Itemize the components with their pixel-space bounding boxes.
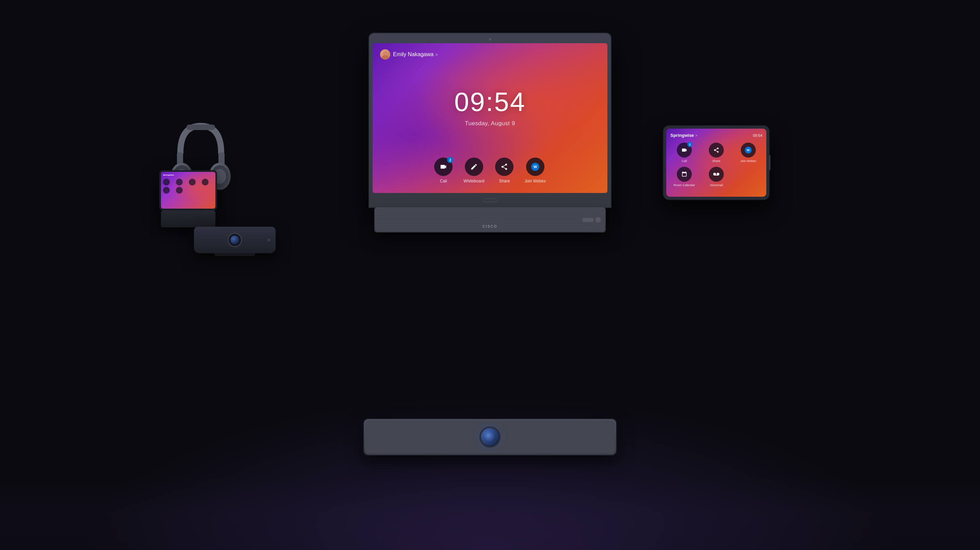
svg-text:W: W (747, 148, 750, 152)
tablet-dock-share[interactable]: Share (702, 143, 730, 163)
dock-item-join-webex[interactable]: W Join Webex (524, 158, 546, 183)
call-icon-btn[interactable]: 2 (434, 158, 453, 176)
tablet-chevron: > (695, 134, 697, 137)
tablet-dock-room-calendar[interactable]: Room Calendar (670, 167, 698, 187)
tablet-share-icon (713, 147, 719, 153)
dock-label-whiteboard: Whiteboard (463, 179, 484, 183)
tablet-webex-icon: W (745, 146, 752, 154)
tablet-topbar: Springwise > 09:54 (670, 133, 762, 138)
soundbar (364, 419, 616, 455)
cisco-dots: · · · · · · (481, 222, 498, 224)
tablet-side-button (769, 155, 770, 170)
soundbar-camera (479, 426, 501, 448)
tablet-label-share: Share (712, 159, 721, 163)
tablet-dock-call[interactable]: 2 Call (670, 143, 698, 163)
monitor-bottom-bezel (372, 193, 608, 207)
tablet-call-badge: 2 (687, 142, 692, 147)
tablet-icons-grid: 2 Call Share (670, 143, 762, 187)
tablet-screen: Springwise > 09:54 2 Call (666, 129, 766, 197)
dock-label-share: Share (499, 179, 510, 183)
tablet-room-name: Springwise (670, 133, 694, 138)
webex-icon: W (531, 163, 540, 171)
webex-icon-btn[interactable]: W (526, 158, 544, 176)
cisco-label: cisco (482, 225, 498, 228)
svg-point-9 (383, 51, 388, 56)
tablet-label-call: Call (682, 159, 687, 163)
tablet-calendar-icon (681, 171, 687, 177)
svg-rect-0 (186, 124, 215, 130)
camera-icon (440, 163, 447, 171)
tablet-dock-join-webex[interactable]: W Join Webex (734, 143, 762, 163)
call-badge: 2 (447, 157, 453, 163)
monitor-clock-time: 09:54 (454, 86, 526, 117)
tablet-label-join-webex: Join Webex (740, 159, 756, 163)
dock-item-call[interactable]: 2 Call (434, 158, 453, 183)
tablet-voicemail-icon (713, 171, 719, 177)
tablet-right: Springwise > 09:54 2 Call (663, 126, 769, 199)
tablet-camera-icon (681, 147, 687, 153)
dock-item-share[interactable]: Share (495, 158, 514, 183)
pencil-icon (470, 163, 478, 171)
tablet-time: 09:54 (753, 134, 762, 137)
tablet-label-room-calendar: Room Calendar (673, 183, 695, 187)
dock-label-join-webex: Join Webex (524, 179, 546, 183)
camera-dot (489, 38, 492, 40)
tablet-label-voicemail: Voicemail (710, 183, 723, 187)
main-monitor: Emily Nakagawa > 09:54 Tuesday, August 9… (369, 33, 611, 233)
small-tablet-back: Springwise (159, 170, 217, 227)
monitor-speaker-base: · · · · · · cisco (374, 207, 606, 233)
monitor-dock: 2 Call Whiteboard (372, 158, 608, 193)
dock-item-whiteboard[interactable]: Whiteboard (463, 158, 484, 183)
tablet-dock-voicemail[interactable]: Voicemail (702, 167, 730, 187)
webcam (194, 227, 275, 256)
small-tablet-room-name: Springwise (163, 174, 174, 176)
share-icon-btn[interactable] (495, 158, 514, 176)
monitor-clock-area: 09:54 Tuesday, August 9 (372, 56, 608, 158)
svg-text:W: W (533, 165, 537, 169)
dock-label-call: Call (440, 179, 447, 183)
monitor-clock-date: Tuesday, August 9 (465, 120, 515, 127)
monitor-screen: Emily Nakagawa > 09:54 Tuesday, August 9… (372, 43, 608, 193)
whiteboard-icon-btn[interactable] (465, 158, 483, 176)
share-icon (501, 163, 508, 171)
